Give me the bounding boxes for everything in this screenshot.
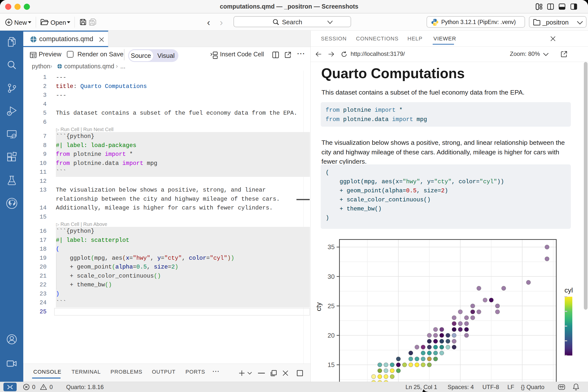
svg-text:20: 20 — [328, 332, 335, 339]
svg-text:cty: cty — [315, 302, 322, 311]
svg-text:cyl: cyl — [564, 286, 573, 294]
svg-text:15: 15 — [328, 361, 335, 368]
svg-text:35: 35 — [328, 243, 335, 251]
svg-text:25: 25 — [328, 302, 335, 310]
svg-text:30: 30 — [328, 273, 335, 280]
